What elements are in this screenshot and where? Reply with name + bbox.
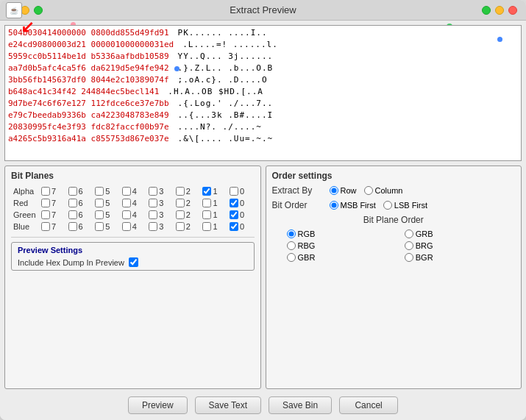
alpha-7-checkbox[interactable] [41, 187, 50, 196]
table-row: 504b030414000000 0800dd855d49fd91 PK....… [8, 27, 518, 39]
hex-dump-label: Include Hex Dump In Preview [18, 258, 124, 267]
rgb-option[interactable]: RGB [287, 229, 397, 238]
bit-plane-order-title: Bit Plane Order [272, 215, 516, 225]
extract-by-radio-group: Row Column [330, 186, 403, 195]
blue-4-checkbox[interactable] [122, 222, 131, 231]
green-6-checkbox[interactable] [68, 210, 77, 219]
red-row: Red 7 6 5 4 3 2 1 0 [11, 197, 255, 209]
green-0-checkbox[interactable] [230, 210, 238, 219]
order-settings-panel: Order settings Extract By Row Column [266, 165, 522, 389]
save-bin-button[interactable]: Save Bin [269, 396, 332, 414]
table-row: 3bb56fb145637df0 8044e2c10389074f ;.oA.c… [8, 74, 518, 86]
blue-row: Blue 7 6 5 4 3 2 1 0 [11, 221, 255, 232]
table-row: e79c7beedab9336b ca4223048783e849 ..{...… [8, 110, 518, 121]
red-label: Red [11, 197, 39, 209]
bgr-option[interactable]: BGR [405, 253, 515, 262]
bit-planes-panel: Bit Planes Alpha 7 6 5 4 3 2 1 0 [4, 165, 261, 389]
lsb-first-option[interactable]: LSB First [383, 201, 427, 210]
extract-by-label: Extract By [272, 185, 324, 196]
grb-option[interactable]: GRB [405, 229, 515, 238]
blue-6-checkbox[interactable] [68, 222, 77, 231]
alpha-3-checkbox[interactable] [149, 187, 157, 196]
alpha-4-checkbox[interactable] [122, 187, 131, 196]
hex-dump-checkbox[interactable] [129, 257, 138, 267]
maximize-button[interactable] [34, 6, 43, 15]
dot-blue-2 [174, 66, 180, 71]
blue-3-checkbox[interactable] [149, 222, 157, 231]
alpha-row: Alpha 7 6 5 4 3 2 1 0 [11, 185, 255, 197]
button-bar: Preview Save Text Save Bin Cancel [4, 394, 522, 416]
blue-1-checkbox[interactable] [202, 222, 211, 231]
green-2-checkbox[interactable] [176, 210, 185, 219]
table-row: 20830995fc4e3f93 fdc82faccf00b97e ....N?… [8, 121, 518, 133]
blue-0-checkbox[interactable] [230, 222, 238, 231]
msb-first-option[interactable]: MSB First [330, 201, 376, 210]
preview-button[interactable]: Preview [128, 396, 188, 414]
bit-planes-table: Alpha 7 6 5 4 3 2 1 0 Red 7 6 5 [11, 185, 255, 232]
alpha-0-checkbox[interactable] [230, 187, 238, 196]
dot-blue-1 [497, 37, 502, 42]
bit-planes-title: Bit Planes [11, 171, 255, 181]
red-7-checkbox[interactable] [41, 199, 50, 207]
red-3-checkbox[interactable] [149, 199, 157, 207]
red-2-checkbox[interactable] [176, 199, 185, 207]
bit-order-label: Bit Order [272, 200, 324, 210]
alpha-label: Alpha [11, 185, 39, 197]
red-1-checkbox[interactable] [202, 199, 211, 207]
green-1-checkbox[interactable] [202, 210, 211, 219]
cancel-button[interactable]: Cancel [339, 396, 398, 414]
table-row: 5959cc0b5114be1d b5336aafbdb10589 YY..Q.… [8, 51, 518, 63]
green-4-checkbox[interactable] [122, 210, 131, 219]
table-row: aa7d0b5afc4ca5f6 da6219d5e94fe942 .}.Z.L… [8, 63, 518, 74]
extract-by-row: Extract By Row Column [272, 185, 516, 196]
preview-settings-title: Preview Settings [18, 246, 248, 255]
right-green-light[interactable] [482, 6, 491, 15]
table-row: a4265c5b9316a41a c855753d867e037e .&\[..… [8, 133, 518, 145]
green-label: Green [11, 209, 39, 221]
alpha-2-checkbox[interactable] [176, 187, 185, 196]
right-yellow-light[interactable] [495, 6, 504, 15]
green-7-checkbox[interactable] [41, 210, 50, 219]
blue-label: Blue [11, 221, 39, 232]
main-content: 504b030414000000 0800dd855d49fd91 PK....… [0, 21, 526, 420]
extract-by-column-option[interactable]: Column [364, 186, 403, 195]
arrow-indicator: ↙ [21, 19, 34, 35]
panels-container: Bit Planes Alpha 7 6 5 4 3 2 1 0 [4, 165, 522, 389]
divider [11, 237, 255, 238]
alpha-6-checkbox[interactable] [68, 187, 77, 196]
right-traffic-lights [482, 6, 517, 15]
alpha-5-checkbox[interactable] [95, 187, 104, 196]
alpha-1-checkbox[interactable] [202, 187, 211, 196]
rbg-option[interactable]: RBG [287, 241, 397, 250]
app-icon: ☕ [6, 2, 22, 18]
hex-dump-row: Include Hex Dump In Preview [18, 257, 248, 267]
blue-5-checkbox[interactable] [95, 222, 104, 231]
extract-by-row-option[interactable]: Row [330, 186, 357, 195]
table-row: 9d7be74c6f67e127 112fdce6ce37e7bb .{.Log… [8, 98, 518, 110]
brg-option[interactable]: BRG [405, 241, 515, 250]
right-red-light[interactable] [508, 6, 517, 15]
blue-7-checkbox[interactable] [41, 222, 50, 231]
red-5-checkbox[interactable] [95, 199, 104, 207]
red-4-checkbox[interactable] [122, 199, 131, 207]
table-row: b648ac41c34f42 244844ec5becl141 .H.A..OB… [8, 86, 518, 98]
gbr-option[interactable]: GBR [287, 253, 397, 262]
order-settings-title: Order settings [272, 171, 516, 181]
title-bar: ☕ Extract Preview [0, 0, 526, 21]
green-3-checkbox[interactable] [149, 210, 157, 219]
window-title: Extract Preview [230, 4, 296, 15]
bit-order-row: Bit Order MSB First LSB First [272, 200, 516, 210]
bit-plane-order-section: Bit Plane Order RGB GRB RBG [272, 215, 516, 262]
preview-text-area[interactable]: 504b030414000000 0800dd855d49fd91 PK....… [4, 25, 522, 161]
main-window: ☕ Extract Preview ↙ 504b030414000000 080… [0, 0, 526, 420]
bit-order-radio-group: MSB First LSB First [330, 201, 428, 210]
green-5-checkbox[interactable] [95, 210, 104, 219]
save-text-button[interactable]: Save Text [195, 396, 261, 414]
blue-2-checkbox[interactable] [176, 222, 185, 231]
table-row: e24cd90800003d21 000001000000031ed .L...… [8, 39, 518, 51]
preview-settings-section: Preview Settings Include Hex Dump In Pre… [11, 242, 255, 271]
bit-plane-order-grid: RGB GRB RBG BRG [272, 229, 516, 262]
green-row: Green 7 6 5 4 3 2 1 0 [11, 209, 255, 221]
red-6-checkbox[interactable] [68, 199, 77, 207]
red-0-checkbox[interactable] [230, 199, 238, 207]
